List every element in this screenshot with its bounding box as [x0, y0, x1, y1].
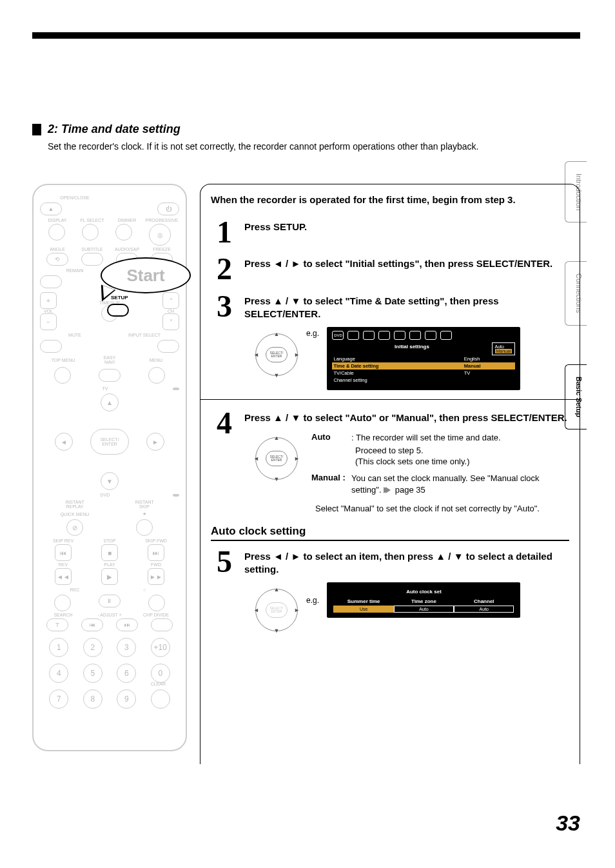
section-title: 2: Time and date setting — [48, 123, 181, 136]
display-button — [48, 224, 65, 241]
top-rule — [32, 32, 580, 39]
select-enter-button: SELECT/ ENTER — [90, 429, 129, 455]
num-6: 6 — [117, 664, 136, 683]
num-4: 4 — [49, 664, 68, 683]
label-dvd: DVD — [40, 493, 170, 497]
steps-intro: When the recorder is operated for the fi… — [211, 193, 569, 206]
dpad-left-icon: ◄ — [55, 433, 73, 451]
clear-button — [151, 689, 170, 709]
num-9: 9 — [117, 689, 136, 709]
step-2: 2 Press ◄ / ► to select "Initial setting… — [211, 255, 569, 282]
step-2-title: Press ◄ / ► to select "Initial settings"… — [244, 257, 569, 270]
osd-title: Initial settings — [332, 344, 515, 351]
label-remain: REMAIN — [40, 268, 110, 273]
extra-button — [148, 595, 165, 611]
page-ref: page 35 — [395, 485, 425, 495]
label-open-close: OPEN/CLOSE — [40, 195, 110, 200]
num-plus10: +10 — [151, 638, 170, 657]
angle-button: ⟲ — [46, 253, 68, 266]
nav-widget-step4: SELECT/ ENTER ▲ ▼ ◄ ► — [251, 433, 302, 484]
play-icon: ▶ — [101, 568, 118, 585]
nav-down-icon: ▼ — [274, 372, 280, 379]
dpad-right-icon: ► — [146, 433, 164, 451]
label-rec: REC — [40, 587, 110, 592]
remain-button — [40, 275, 62, 288]
num-2: 2 — [83, 638, 102, 657]
osd2-col-summer: Summer time Use — [333, 598, 393, 613]
dimmer-button — [115, 224, 132, 241]
step-4-note: Select "Manual" to set the clock if not … — [315, 503, 569, 515]
auto-clock-heading: Auto clock setting — [211, 525, 569, 541]
setup-button-highlight — [107, 304, 129, 317]
progressive-button: ◎ — [149, 224, 171, 246]
eg-label-3: e.g. — [306, 329, 319, 338]
nav-left-icon: ◄ — [253, 607, 259, 613]
label-top-menu: TOP MENU — [40, 358, 86, 362]
osd2-title: Auto clock set — [333, 589, 514, 595]
step-1-title: Press SETUP. — [244, 221, 569, 233]
num-3: 3 — [117, 638, 136, 657]
nav-up-icon: ▲ — [274, 435, 280, 441]
label-vol: VOL — [40, 309, 57, 313]
step-4: 4 Press ▲ / ▼ to select "Auto" or "Manua… — [211, 409, 569, 515]
section-heading: 2: Time and date setting — [32, 123, 580, 136]
top-menu-button — [54, 367, 71, 384]
step-1: 1 Press SETUP. — [211, 218, 569, 246]
power-icon: ⏻ — [157, 202, 179, 215]
nav-left-icon: ◄ — [253, 455, 259, 462]
remote-control-illustration: Start SETUP OPEN/CLOSE ▲ ⏻ DISPLAY FL SE… — [32, 184, 187, 751]
rec-button — [54, 595, 71, 611]
nav-right-icon: ► — [294, 607, 300, 613]
osd-initial-settings: DVD Auto — [327, 327, 520, 390]
divider — [200, 399, 580, 400]
osd-icon — [425, 331, 436, 340]
stop-icon: ■ — [101, 544, 118, 561]
step-3-title: Press ▲ / ▼ to select "Time & Date setti… — [244, 295, 569, 321]
page-number: 33 — [556, 811, 580, 836]
nav-down-icon: ▼ — [274, 627, 280, 634]
num-7: 7 — [49, 689, 68, 709]
flselect-button — [82, 224, 99, 241]
nav-center-label: SELECT/ ENTER — [266, 347, 288, 362]
label-menu: MENU — [133, 358, 179, 362]
start-callout: Start — [101, 257, 191, 293]
fwd-icon: ►► — [148, 568, 164, 585]
section-description: Set the recorder's clock. If it is not s… — [48, 141, 580, 152]
nav-up-icon: ▲ — [274, 586, 280, 593]
option-manual: Manual : You can set the clock manually.… — [311, 473, 569, 495]
label-tv: TV — [40, 386, 170, 391]
vol-down-button: − — [40, 313, 57, 330]
label-mute: MUTE — [40, 333, 110, 337]
nav-right-icon: ► — [294, 455, 300, 462]
chp-divide-button — [151, 618, 173, 631]
osd-icon — [409, 331, 421, 340]
skip-rev-icon: ⏮ — [55, 544, 72, 561]
label-quick-menu: QUICK MENU — [40, 512, 110, 517]
osd-table: LanguageEnglish Time & Date settingManua… — [332, 355, 515, 384]
option-auto: Auto : The recorder will set the time an… — [311, 432, 569, 444]
label-ch: CH — [162, 309, 179, 313]
osd-icon — [394, 331, 405, 340]
osd2-col-channel: Channel Auto — [454, 598, 514, 613]
adjust-plus-icon: ⏭ — [116, 618, 138, 631]
label-input-select: INPUT SELECT — [110, 333, 179, 337]
remote-number-pad: 1 2 3 +10 4 5 6 0 7 8 9 CLEAR — [40, 638, 179, 709]
nav-up-icon: ▲ — [274, 331, 280, 337]
nav-down-icon: ▼ — [274, 476, 280, 482]
input-select-button — [157, 340, 179, 353]
step-5-number: 5 — [211, 547, 238, 575]
osd-icon — [363, 331, 375, 340]
step-5: 5 Press ◄ / ► to select an item, then pr… — [211, 547, 569, 636]
search-button: T — [46, 618, 68, 631]
subtitle-button — [81, 253, 103, 266]
eg-label-5: e.g. — [306, 596, 319, 605]
nav-right-icon: ► — [294, 351, 300, 358]
vol-up-button: + — [40, 292, 57, 309]
mute-button — [40, 340, 62, 353]
nav-left-icon: ◄ — [253, 351, 259, 358]
menu-button — [148, 367, 165, 384]
step-1-number: 1 — [211, 218, 238, 246]
label-instant-skip: INSTANT SKIP — [110, 500, 179, 509]
num-1: 1 — [49, 638, 68, 657]
remote-dpad: ▲ ▼ ◄ ► SELECT/ ENTER — [55, 393, 164, 490]
